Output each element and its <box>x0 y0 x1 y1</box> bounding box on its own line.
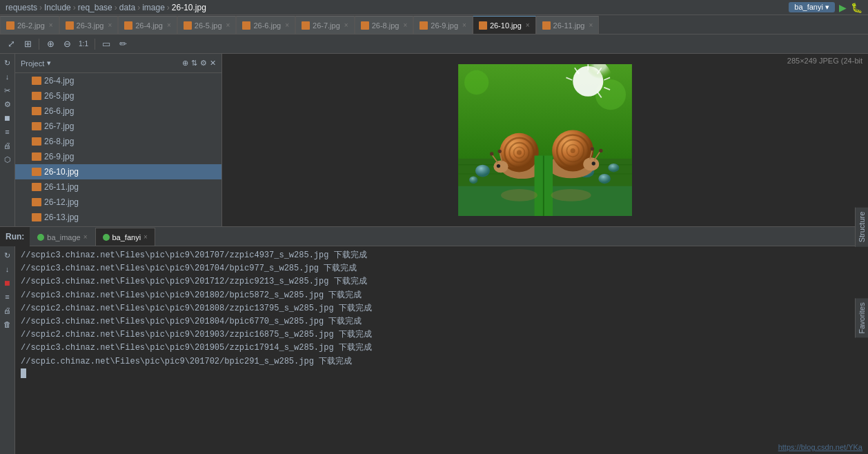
cursor-line <box>21 368 862 378</box>
run-tab-label: ba_image <box>47 233 80 241</box>
actual-size-button[interactable]: 1:1 <box>77 37 90 51</box>
fit-window-button[interactable]: ⤢ <box>4 37 18 51</box>
tab-label: 26-9.jpg <box>431 21 458 30</box>
close-icon[interactable]: ✕ <box>210 59 216 68</box>
watermark: https://blog.csdn.net/YKa <box>778 443 862 451</box>
run-tab-close-icon[interactable]: × <box>144 233 148 241</box>
tab-26-3[interactable]: 26-3.jpg × <box>59 16 119 34</box>
tab-close-icon[interactable]: × <box>403 21 407 29</box>
tab-26-5[interactable]: 26-5.jpg × <box>177 16 237 34</box>
list-item[interactable]: 26-5.jpg <box>15 88 221 103</box>
list-item[interactable]: 26-13.jpg <box>15 210 221 225</box>
misc-button[interactable]: ⬡ <box>1 153 14 166</box>
refresh-button[interactable]: ↻ <box>1 57 14 69</box>
breadcrumb-file[interactable]: 26-10.jpg <box>172 3 206 12</box>
debug-button[interactable]: 🐛 <box>851 2 862 13</box>
jpg-icon <box>32 168 41 176</box>
run-button[interactable]: ▶ <box>839 2 847 13</box>
list-item[interactable]: 26-11.jpg <box>15 179 221 195</box>
breadcrumb-image[interactable]: image <box>142 3 165 12</box>
svg-point-49 <box>599 149 602 152</box>
tab-26-11[interactable]: 26-11.jpg × <box>536 16 600 34</box>
tab-close-icon[interactable]: × <box>589 21 593 29</box>
tab-26-8[interactable]: 26-8.jpg × <box>355 16 414 34</box>
log-line: //scpic3.chinaz.net\Files\pic\pic9\20190… <box>21 342 862 355</box>
list-item-selected[interactable]: 26-10.jpg <box>15 164 221 179</box>
add-icon[interactable]: ⊕ <box>182 59 188 68</box>
tab-close-icon[interactable]: × <box>49 21 53 29</box>
settings-button[interactable]: ⚙ <box>1 98 14 110</box>
log-line: //scpic3.chinaz.net\Files\pic\pic9\20171… <box>21 275 862 288</box>
print-button[interactable]: 🖨 <box>1 139 14 152</box>
breadcrumb-req_base[interactable]: req_base <box>78 3 112 12</box>
list-item[interactable]: 26-4.jpg <box>15 73 221 88</box>
tab-close-icon[interactable]: × <box>167 21 171 29</box>
jpg-icon <box>32 198 41 206</box>
structure-tab[interactable]: Structure <box>855 208 868 247</box>
list-item[interactable]: 26-12.jpg <box>15 195 221 210</box>
download-button[interactable]: ↓ <box>1 70 14 83</box>
tab-close-icon[interactable]: × <box>462 21 466 29</box>
list-button[interactable]: ≡ <box>1 126 14 138</box>
svg-point-46 <box>583 157 599 170</box>
run-print-button[interactable]: 🖨 <box>1 304 14 317</box>
zoom-in-button[interactable]: ⊕ <box>43 37 57 51</box>
sort-icon[interactable]: ⇅ <box>191 59 197 68</box>
tab-ba-image[interactable]: ba_image × <box>30 228 95 246</box>
tab-26-7[interactable]: 26-7.jpg × <box>295 16 355 34</box>
run-filter-button[interactable]: ≡ <box>1 290 14 303</box>
tab-26-2[interactable]: 26-2.jpg × <box>0 16 59 34</box>
list-item[interactable]: 26-8.jpg <box>15 134 221 149</box>
tab-close-icon[interactable]: × <box>526 21 530 29</box>
tab-close-icon[interactable]: × <box>226 21 230 29</box>
project-label: Project <box>21 59 44 68</box>
run-trash-button[interactable]: 🗑 <box>1 318 14 330</box>
tab-close-icon[interactable]: × <box>344 21 348 29</box>
list-item[interactable]: 26-7.jpg <box>15 119 221 134</box>
favorites-tab[interactable]: Favorites <box>855 298 868 337</box>
run-content[interactable]: //scpic3.chinaz.net\Files\pic\pic9\20170… <box>15 246 868 454</box>
run-tab-icon <box>37 234 44 241</box>
run-area-wrapper: ↻ ↓ ⏹ ≡ 🖨 🗑 //scpic3.chinaz.net\Files\pi… <box>0 246 868 454</box>
gear-icon[interactable]: ⚙ <box>200 59 207 68</box>
file-icon <box>66 21 74 30</box>
tab-label: 26-4.jpg <box>135 21 163 30</box>
tab-label: 26-2.jpg <box>17 21 45 30</box>
crop-button[interactable]: ▭ <box>99 37 113 51</box>
jpg-icon <box>32 137 41 146</box>
tab-close-icon[interactable]: × <box>285 21 289 29</box>
run-rerun-button[interactable]: ↻ <box>1 249 14 261</box>
tab-26-6[interactable]: 26-6.jpg × <box>236 16 295 34</box>
profile-button[interactable]: ba_fanyi ▾ <box>789 2 835 12</box>
stop-button[interactable]: ⏹ <box>1 112 14 124</box>
svg-point-26 <box>598 174 611 184</box>
svg-point-33 <box>517 150 522 155</box>
run-down-button[interactable]: ↓ <box>1 263 14 275</box>
breadcrumb-requests[interactable]: requests <box>6 3 37 12</box>
run-stop-button[interactable]: ⏹ <box>1 277 14 289</box>
file-icon <box>302 21 310 30</box>
jpg-icon <box>32 122 41 130</box>
tab-close-icon[interactable]: × <box>108 21 112 29</box>
image-info: 285×249 JPEG (24-bit <box>787 57 862 65</box>
jpg-icon <box>32 92 41 100</box>
list-item[interactable]: 26-14.jpg <box>15 225 221 226</box>
list-item[interactable]: 26-9.jpg <box>15 149 221 164</box>
jpg-icon <box>32 152 41 161</box>
run-tab-icon <box>103 234 110 241</box>
zoom-out-button[interactable]: ⊖ <box>60 37 74 51</box>
tab-26-10[interactable]: 26-10.jpg × <box>473 16 536 34</box>
breadcrumb-data[interactable]: data <box>119 3 135 12</box>
tab-26-4[interactable]: 26-4.jpg × <box>118 16 177 34</box>
sidebar-header-actions: ⊕ ⇅ ⚙ ✕ <box>182 59 216 68</box>
list-item[interactable]: 26-6.jpg <box>15 103 221 119</box>
tab-26-9[interactable]: 26-9.jpg × <box>413 16 473 34</box>
breadcrumb-include[interactable]: Include <box>44 3 71 12</box>
run-tab-close-icon[interactable]: × <box>83 233 88 241</box>
tab-ba-fanyi[interactable]: ba_fanyi × <box>95 228 155 246</box>
tab-label: 26-8.jpg <box>372 21 400 30</box>
project-dropdown-icon[interactable]: ▾ <box>47 59 51 68</box>
edit-button[interactable]: ✏ <box>116 37 130 51</box>
grid-button[interactable]: ⊞ <box>21 37 34 51</box>
cut-button[interactable]: ✂ <box>1 84 14 97</box>
